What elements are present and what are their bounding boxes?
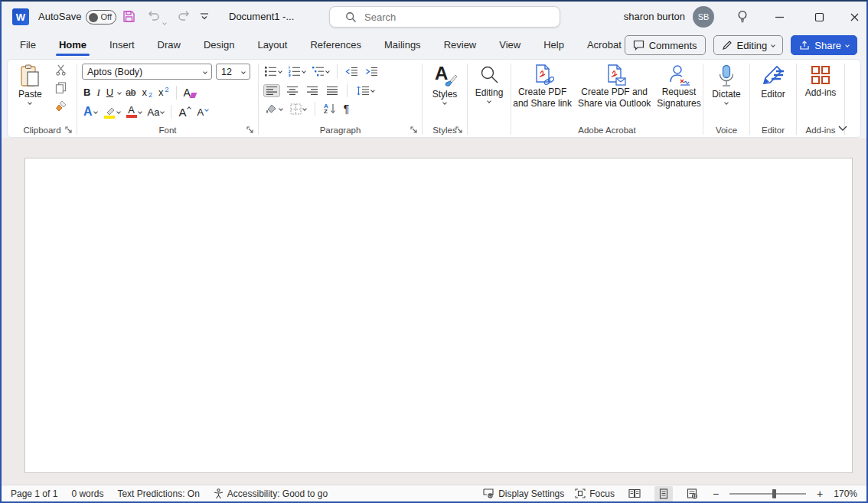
tab-insert[interactable]: Insert	[108, 34, 136, 57]
accessibility-status[interactable]: Accessibility: Good to go	[214, 488, 328, 499]
tab-draw[interactable]: Draw	[156, 34, 182, 57]
styles-dropdown-icon[interactable]	[442, 100, 447, 105]
superscript-button[interactable]: x2	[157, 85, 171, 100]
tab-home[interactable]: Home	[57, 34, 88, 57]
word-logo-letter: W	[16, 11, 25, 23]
dictate-dropdown-icon[interactable]	[724, 100, 729, 105]
editing-mode-button[interactable]: Editing	[713, 35, 784, 55]
collapse-ribbon-icon[interactable]	[837, 125, 848, 132]
tab-file[interactable]: File	[18, 34, 38, 57]
underline-button[interactable]: U	[105, 86, 115, 99]
paste-button[interactable]: Paste	[18, 60, 42, 104]
font-size-combo[interactable]: 12	[216, 64, 250, 80]
font-name-value: Aptos (Body)	[87, 67, 142, 77]
clipboard-dialog-launcher-icon[interactable]	[65, 126, 73, 134]
tab-design[interactable]: Design	[202, 34, 236, 57]
show-hide-pilcrow-button[interactable]: ¶	[342, 102, 351, 116]
align-left-button[interactable]	[263, 84, 280, 97]
borders-button[interactable]	[289, 103, 308, 116]
print-layout-button[interactable]	[654, 486, 673, 501]
tab-view[interactable]: View	[498, 34, 522, 57]
format-painter-icon[interactable]	[55, 100, 67, 112]
undo-dropdown-icon[interactable]	[163, 14, 166, 28]
tell-me-lightbulb-icon[interactable]	[735, 9, 750, 24]
close-button[interactable]	[847, 9, 862, 24]
page-number-status[interactable]: Page 1 of 1	[11, 488, 57, 499]
comments-button[interactable]: Comments	[625, 35, 706, 55]
multilevel-list-button[interactable]	[311, 65, 331, 77]
focus-button[interactable]: Focus	[575, 488, 615, 499]
zoom-in-button[interactable]: +	[817, 488, 823, 500]
avatar[interactable]: SB	[693, 6, 714, 28]
minimize-button[interactable]	[772, 9, 787, 24]
tab-review[interactable]: Review	[442, 34, 478, 57]
tab-references[interactable]: References	[308, 34, 362, 57]
decrease-indent-button[interactable]	[344, 66, 360, 77]
zoom-slider[interactable]	[729, 493, 806, 495]
increase-indent-button[interactable]	[364, 66, 380, 77]
subscript-button[interactable]: x2	[140, 86, 154, 100]
cut-icon[interactable]	[55, 64, 67, 76]
sort-button[interactable]: AZ	[322, 103, 338, 115]
copy-icon[interactable]	[55, 82, 67, 93]
search-input[interactable]	[364, 11, 517, 23]
create-pdf-outlook-button[interactable]: Create PDF and Share via Outlook	[578, 60, 651, 122]
font-name-combo[interactable]: Aptos (Body)	[82, 64, 212, 80]
shrink-font-button[interactable]: A	[195, 106, 210, 119]
tab-help[interactable]: Help	[542, 34, 566, 57]
dictate-button[interactable]: Dictate	[703, 60, 749, 104]
grow-font-button[interactable]: A	[177, 105, 192, 119]
addins-button[interactable]: Add-ins	[797, 60, 844, 98]
styles-group: A Styles Styles	[423, 60, 467, 137]
create-pdf-share-link-button[interactable]: Create PDF and Share link	[513, 60, 572, 122]
maximize-button[interactable]	[811, 9, 827, 24]
redo-icon[interactable]	[178, 10, 191, 23]
tab-acrobat[interactable]: Acrobat	[586, 34, 623, 57]
word-count-status[interactable]: 0 words	[71, 488, 103, 499]
tab-mailings[interactable]: Mailings	[383, 34, 423, 57]
zoom-out-button[interactable]: −	[713, 488, 719, 500]
read-mode-button[interactable]	[625, 486, 644, 501]
align-center-button[interactable]	[285, 85, 300, 96]
shading-button[interactable]	[263, 103, 284, 116]
bullets-button[interactable]	[263, 65, 283, 77]
display-settings-button[interactable]: Display Settings	[483, 488, 564, 499]
numbering-icon	[289, 66, 301, 77]
numbering-button[interactable]	[287, 65, 307, 77]
font-color-button[interactable]: A	[125, 105, 143, 119]
zoom-slider-thumb[interactable]	[772, 489, 776, 498]
line-spacing-button[interactable]	[354, 85, 376, 96]
customize-quick-access-icon[interactable]	[200, 11, 209, 21]
editing-dropdown-icon[interactable]	[487, 99, 491, 103]
align-right-button[interactable]	[305, 85, 320, 96]
autosave-toggle[interactable]: Off	[86, 10, 116, 24]
web-layout-button[interactable]	[684, 486, 702, 501]
italic-button[interactable]: I	[95, 86, 101, 100]
share-button[interactable]: Share	[791, 35, 857, 55]
editing-button[interactable]: Editing	[468, 60, 511, 103]
zoom-level[interactable]: 170%	[834, 488, 857, 499]
request-signatures-button[interactable]: Request Signatures	[657, 60, 700, 122]
bold-button[interactable]: B	[82, 86, 92, 99]
clear-formatting-button[interactable]: A	[182, 86, 197, 100]
underline-dropdown-icon[interactable]	[117, 90, 122, 95]
paste-dropdown-icon[interactable]	[28, 100, 33, 105]
styles-button[interactable]: A Styles	[423, 60, 467, 104]
save-icon[interactable]	[122, 10, 135, 23]
change-case-button[interactable]: Aa	[146, 106, 166, 119]
text-effects-button[interactable]: A	[82, 104, 99, 119]
tab-layout[interactable]: Layout	[256, 34, 289, 57]
editing-magnifier-icon	[478, 64, 500, 86]
editor-button[interactable]: Editor	[750, 60, 796, 100]
styles-dialog-launcher-icon[interactable]	[455, 126, 463, 134]
document-page[interactable]	[24, 158, 853, 473]
justify-button[interactable]	[325, 85, 340, 96]
undo-icon[interactable]	[147, 10, 160, 23]
font-dialog-launcher-icon[interactable]	[246, 126, 254, 134]
word-logo-icon[interactable]: W	[12, 8, 29, 25]
text-predictions-status[interactable]: Text Predictions: On	[117, 488, 199, 499]
paragraph-dialog-launcher-icon[interactable]	[410, 126, 418, 134]
highlight-color-button[interactable]	[102, 105, 122, 119]
strikethrough-button[interactable]: ab	[124, 87, 137, 99]
search-box[interactable]	[329, 6, 560, 28]
